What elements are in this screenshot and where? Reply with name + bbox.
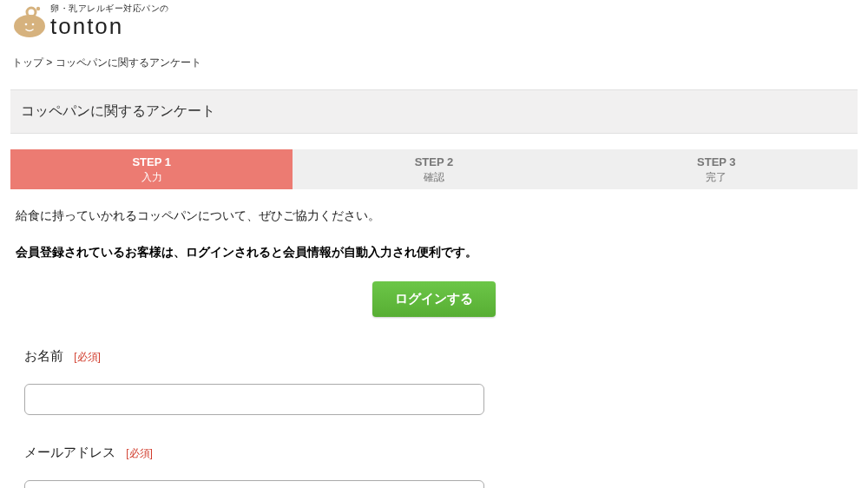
email-label: メールアドレス [必須] <box>24 445 844 461</box>
name-label-text: お名前 <box>24 348 63 363</box>
step-indicator: STEP 1 入力 STEP 2 確認 STEP 3 完了 <box>10 149 858 189</box>
svg-point-2 <box>36 7 40 10</box>
logo[interactable]: 卵・乳アレルギー対応パンの tonton <box>10 2 858 40</box>
email-input[interactable] <box>24 480 484 488</box>
breadcrumb-sep: > <box>43 56 56 69</box>
login-button[interactable]: ログインする <box>372 281 496 317</box>
step-2: STEP 2 確認 <box>293 149 575 189</box>
form-group-email: メールアドレス [必須] <box>24 445 844 488</box>
svg-point-4 <box>32 23 35 26</box>
svg-point-3 <box>25 23 28 26</box>
required-tag: [必須] <box>126 447 153 459</box>
email-label-text: メールアドレス <box>24 445 115 459</box>
breadcrumb-top[interactable]: トップ <box>12 56 43 69</box>
breadcrumb-current: コッペパンに関するアンケート <box>56 56 201 69</box>
intro-line-1: 給食に持っていかれるコッペパンについて、ぜひご協力ください。 <box>16 208 852 224</box>
svg-point-1 <box>27 8 36 16</box>
logo-brand: tonton <box>50 15 169 37</box>
required-tag: [必須] <box>74 351 101 363</box>
intro-line-2: 会員登録されているお客様は、ログインされると会員情報が自動入力され便利です。 <box>16 245 852 260</box>
breadcrumb: トップ > コッペパンに関するアンケート <box>10 47 858 89</box>
step-2-sub: 確認 <box>293 170 575 184</box>
logo-tagline: 卵・乳アレルギー対応パンの <box>50 4 169 13</box>
intro-block: 給食に持っていかれるコッペパンについて、ぜひご協力ください。 会員登録されている… <box>10 208 858 317</box>
name-input[interactable] <box>24 384 484 415</box>
survey-form: お名前 [必須] メールアドレス [必須] <box>10 348 858 488</box>
step-3-sub: 完了 <box>575 170 858 184</box>
header: 卵・乳アレルギー対応パンの tonton <box>10 0 858 47</box>
step-3-head: STEP 3 <box>575 155 858 170</box>
step-1: STEP 1 入力 <box>10 149 293 189</box>
step-1-sub: 入力 <box>10 170 293 184</box>
name-label: お名前 [必須] <box>24 348 844 365</box>
step-1-head: STEP 1 <box>10 155 293 170</box>
step-3: STEP 3 完了 <box>575 149 858 189</box>
svg-point-0 <box>14 15 45 37</box>
form-group-name: お名前 [必須] <box>24 348 844 415</box>
step-2-head: STEP 2 <box>293 155 575 170</box>
logo-icon <box>10 2 49 40</box>
page-title: コッペパンに関するアンケート <box>10 89 858 134</box>
